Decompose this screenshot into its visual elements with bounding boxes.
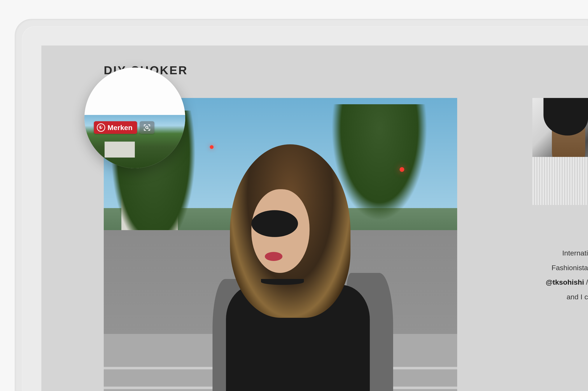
pinterest-save-label: Merken [108, 123, 133, 132]
browser-screen: DIY CHOKER [41, 46, 588, 391]
photo-traffic-light [400, 167, 404, 172]
bio-line-1: Internati [532, 246, 588, 261]
sidebar-photo-sweater [532, 157, 588, 205]
bio-line-4: and I c [532, 290, 588, 304]
bio-line-3-suffix: / [584, 278, 588, 286]
sidebar-photo-hat [544, 98, 588, 135]
device-frame: DIY CHOKER [15, 19, 588, 391]
sidebar-profile-image[interactable] [532, 98, 588, 205]
page-content: DIY CHOKER [41, 46, 588, 391]
sidebar: Internati Fashionista @tksohishi / and I… [532, 98, 588, 304]
pinterest-save-button[interactable]: Merken [94, 121, 137, 134]
visual-search-icon [143, 123, 151, 132]
magnifier-building [105, 142, 135, 158]
photo-sunglasses [251, 210, 298, 237]
photo-choker [261, 279, 304, 285]
bio-handle[interactable]: @tksohishi [546, 278, 584, 286]
magnifier-overlay: Merken [84, 68, 185, 168]
sidebar-bio-text: Internati Fashionista @tksohishi / and I… [532, 246, 588, 304]
photo-person [203, 129, 397, 391]
device-frame-inner: DIY CHOKER [22, 26, 588, 391]
bio-line-3: @tksohishi / [532, 275, 588, 290]
svg-line-2 [148, 128, 148, 129]
magnifier-inner [84, 68, 185, 168]
pinterest-button-group: Merken [94, 121, 154, 134]
pinterest-logo-icon [97, 123, 105, 132]
svg-point-0 [97, 124, 105, 131]
bio-line-2: Fashionista [532, 261, 588, 275]
photo-lips [265, 252, 282, 261]
visual-search-button[interactable] [140, 121, 154, 134]
